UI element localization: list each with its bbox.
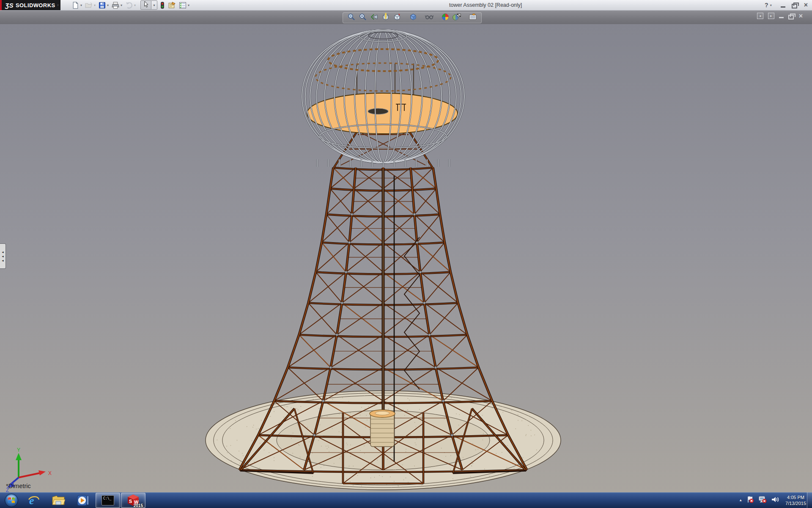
help-button[interactable]: ? ▾ bbox=[765, 2, 772, 8]
solidworks-logo-text: SOLIDWORKS bbox=[16, 2, 55, 8]
file-properties-icon bbox=[168, 2, 176, 9]
new-document-button[interactable]: ▾ bbox=[71, 1, 83, 9]
select-dropdown-button[interactable]: ▾ bbox=[151, 0, 157, 10]
windows-start-icon bbox=[4, 493, 19, 508]
select-cursor-icon bbox=[143, 1, 149, 9]
heads-up-view-toolbar bbox=[343, 12, 482, 23]
undo-dropdown-icon[interactable]: ▾ bbox=[134, 3, 136, 7]
document-title: tower Assembly 02 [Read-only] bbox=[449, 2, 522, 8]
system-tray: ▲ 4:05 PM 7/13/2015 bbox=[739, 492, 806, 508]
hide-show-items-icon bbox=[425, 13, 434, 23]
edit-appearance-button[interactable] bbox=[441, 13, 450, 22]
view-orientation-icon bbox=[393, 13, 401, 23]
print-icon bbox=[112, 2, 119, 9]
open-dropdown-icon[interactable]: ▾ bbox=[94, 3, 96, 7]
zoom-to-fit-icon bbox=[347, 13, 356, 23]
feature-manager-collapsed-tab[interactable]: ◄ ◄ ◄ bbox=[0, 243, 6, 269]
sw-letter-s: S bbox=[129, 499, 132, 504]
x-axis-label: X bbox=[48, 470, 52, 476]
previous-view-icon bbox=[370, 13, 379, 23]
graphics-viewport[interactable]: ◄ ◄ ◄ Y X Z *Dimetric bbox=[0, 24, 812, 492]
undo-button[interactable]: ▾ bbox=[124, 1, 137, 9]
hide-show-items-button[interactable] bbox=[425, 13, 434, 22]
taskbar-file-explorer[interactable] bbox=[47, 493, 70, 508]
clock-time: 4:05 PM bbox=[785, 494, 806, 500]
taskbar-internet-explorer[interactable]: e bbox=[22, 493, 46, 508]
next-pane-button[interactable]: ▸ bbox=[768, 13, 774, 19]
collapse-arrow-icon: ◄ bbox=[1, 254, 4, 258]
restore-button[interactable] bbox=[792, 3, 798, 8]
media-player-icon bbox=[77, 494, 89, 507]
save-dropdown-icon[interactable]: ▾ bbox=[107, 3, 109, 7]
main-toolbar: ▾ ▾ ▾ ▾ bbox=[71, 0, 192, 10]
display-style-button[interactable] bbox=[409, 13, 418, 22]
zoom-to-area-button[interactable] bbox=[358, 13, 368, 22]
network-status-icon[interactable] bbox=[758, 496, 767, 505]
rebuild-traffic-light-icon bbox=[160, 2, 165, 9]
view-orientation-button[interactable] bbox=[392, 13, 402, 22]
x-axis-arrow bbox=[38, 470, 46, 475]
new-document-dropdown-icon[interactable]: ▾ bbox=[80, 3, 82, 7]
taskbar-media-player[interactable] bbox=[71, 493, 95, 508]
view-orientation-label: *Dimetric bbox=[6, 483, 31, 489]
tower-model-view[interactable] bbox=[0, 24, 812, 492]
close-button[interactable]: × bbox=[804, 2, 808, 8]
new-document-icon bbox=[72, 2, 79, 9]
y-axis-arrow bbox=[16, 453, 22, 460]
heads-up-view-bar: ◂ ▸ × bbox=[0, 11, 812, 24]
solidworks-logo: ƷS SOLIDWORKS bbox=[2, 0, 60, 10]
help-icon: ? bbox=[765, 2, 768, 8]
minimize-button[interactable] bbox=[781, 6, 785, 8]
apply-scene-button[interactable] bbox=[452, 13, 461, 22]
display-style-icon bbox=[409, 13, 417, 23]
previous-view-button[interactable] bbox=[370, 13, 379, 22]
window-controls: ? ▾ × bbox=[765, 0, 808, 10]
undo-icon bbox=[125, 2, 133, 9]
previous-pane-button[interactable]: ◂ bbox=[757, 13, 763, 19]
view-settings-button[interactable] bbox=[468, 13, 477, 22]
document-close-button[interactable]: × bbox=[799, 13, 803, 19]
start-button[interactable] bbox=[3, 492, 19, 508]
document-window-controls: ◂ ▸ × bbox=[757, 13, 803, 19]
open-button[interactable]: ▾ bbox=[84, 1, 96, 9]
tray-expand-icon[interactable]: ▲ bbox=[739, 498, 742, 502]
select-button[interactable] bbox=[140, 0, 151, 10]
save-button[interactable]: ▾ bbox=[98, 1, 110, 9]
zoom-to-area-icon bbox=[359, 13, 367, 23]
solidworks-2015-icon: S W 2015 bbox=[126, 494, 140, 507]
help-dropdown-icon: ▾ bbox=[770, 3, 772, 7]
volume-icon[interactable] bbox=[771, 496, 779, 505]
show-desktop-button[interactable] bbox=[807, 492, 812, 508]
document-restore-button[interactable] bbox=[788, 14, 794, 19]
section-view-icon bbox=[381, 13, 390, 23]
title-bar: ƷS SOLIDWORKS › ▾ ▾ ▾ bbox=[0, 0, 812, 11]
save-icon bbox=[99, 2, 106, 9]
document-minimize-button[interactable] bbox=[779, 17, 784, 18]
apply-scene-icon bbox=[452, 13, 461, 23]
zoom-to-fit-button[interactable] bbox=[347, 13, 356, 22]
taskbar-solidworks-2015[interactable]: S W 2015 bbox=[121, 493, 145, 508]
edit-appearance-icon bbox=[441, 13, 450, 23]
print-dropdown-icon[interactable]: ▾ bbox=[121, 3, 122, 7]
action-center-icon[interactable] bbox=[746, 496, 754, 505]
taskbar-clock[interactable]: 4:05 PM 7/13/2015 bbox=[785, 494, 806, 506]
open-icon bbox=[85, 2, 93, 9]
taskbar-command-prompt[interactable]: C:\_ bbox=[96, 493, 120, 508]
collapse-arrow-icon: ◄ bbox=[1, 250, 4, 254]
y-axis-label: Y bbox=[17, 447, 20, 453]
options-icon bbox=[179, 2, 187, 9]
file-properties-button[interactable] bbox=[167, 1, 177, 9]
options-button[interactable]: ▾ bbox=[178, 1, 190, 9]
windows-taskbar: e C:\_ bbox=[0, 492, 812, 508]
select-button-group: ▾ bbox=[140, 0, 157, 10]
options-dropdown-icon[interactable]: ▾ bbox=[188, 3, 189, 7]
sw-year-badge: 2015 bbox=[134, 503, 143, 508]
menu-flyout-icon[interactable]: › bbox=[57, 2, 59, 7]
collapse-arrow-icon: ◄ bbox=[1, 259, 4, 262]
view-settings-icon bbox=[468, 13, 477, 23]
print-button[interactable]: ▾ bbox=[111, 1, 123, 9]
section-view-button[interactable] bbox=[381, 13, 390, 22]
internet-explorer-icon: e bbox=[27, 494, 40, 507]
command-prompt-icon: C:\_ bbox=[102, 495, 114, 505]
rebuild-button[interactable] bbox=[159, 1, 166, 9]
